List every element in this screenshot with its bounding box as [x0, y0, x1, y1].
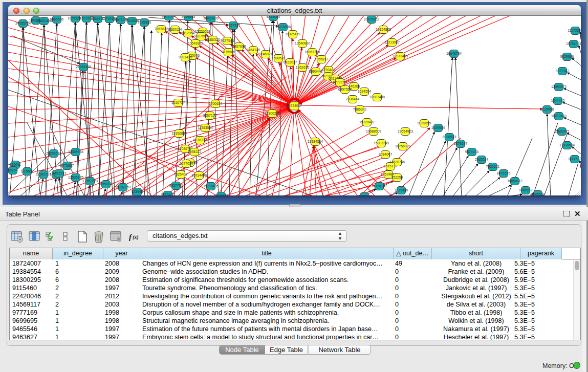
- svg-text:10973493: 10973493: [393, 54, 408, 58]
- svg-text:10543382: 10543382: [188, 41, 203, 45]
- svg-text:7515526: 7515526: [125, 19, 139, 23]
- svg-text:252254: 252254: [391, 176, 403, 179]
- svg-text:8454749: 8454749: [247, 48, 260, 52]
- svg-text:20691406: 20691406: [36, 19, 52, 23]
- svg-text:9975887: 9975887: [60, 164, 74, 167]
- svg-text:13640910: 13640910: [295, 41, 310, 45]
- svg-text:9039695: 9039695: [418, 121, 431, 125]
- svg-text:17957223: 17957223: [82, 179, 98, 183]
- svg-text:17016504: 17016504: [559, 143, 575, 147]
- svg-text:1277034: 1277034: [180, 162, 193, 165]
- svg-text:6497568: 6497568: [338, 87, 352, 91]
- svg-text:12213967: 12213967: [384, 40, 400, 44]
- svg-text:7932621: 7932621: [486, 165, 500, 168]
- svg-text:9245652: 9245652: [519, 188, 533, 192]
- svg-text:1588520: 1588520: [272, 56, 286, 60]
- svg-text:20206576: 20206576: [46, 151, 61, 155]
- svg-text:7625402: 7625402: [174, 172, 188, 176]
- svg-text:10688609: 10688609: [366, 129, 381, 133]
- svg-text:15807249: 15807249: [374, 141, 389, 145]
- svg-text:1451913: 1451913: [53, 171, 67, 175]
- svg-text:8912954: 8912954: [162, 16, 176, 18]
- svg-text:9474444: 9474444: [465, 150, 479, 154]
- svg-text:3267130: 3267130: [203, 114, 217, 117]
- svg-text:12359934: 12359934: [68, 150, 83, 154]
- svg-text:9901435: 9901435: [179, 55, 192, 59]
- svg-text:8215958: 8215958: [540, 107, 554, 111]
- svg-text:12505135: 12505135: [68, 176, 83, 179]
- svg-text:1610757: 1610757: [171, 101, 185, 104]
- svg-text:2935114: 2935114: [475, 158, 488, 161]
- svg-text:9329966: 9329966: [560, 55, 574, 58]
- svg-text:9327503: 9327503: [194, 34, 208, 38]
- svg-text:11172304: 11172304: [568, 29, 581, 32]
- svg-text:923448: 923448: [132, 190, 143, 193]
- svg-text:1167533: 1167533: [568, 157, 581, 161]
- svg-text:3624554: 3624554: [358, 90, 372, 93]
- svg-text:9857791: 9857791: [169, 184, 183, 187]
- svg-text:10756928: 10756928: [395, 144, 410, 148]
- svg-text:10654112: 10654112: [507, 179, 522, 183]
- svg-text:10807488: 10807488: [369, 95, 385, 99]
- svg-text:8912954: 8912954: [181, 31, 195, 35]
- svg-text:8938923: 8938923: [443, 135, 456, 139]
- svg-text:1362615: 1362615: [296, 65, 310, 69]
- svg-text:f: f: [129, 233, 133, 241]
- svg-text:11325419: 11325419: [285, 32, 300, 36]
- svg-text:16914479: 16914479: [191, 173, 207, 177]
- svg-text:19654923: 19654923: [398, 129, 413, 133]
- svg-text:15751074: 15751074: [566, 42, 581, 46]
- svg-text:18300295: 18300295: [265, 112, 280, 115]
- svg-text:11353554: 11353554: [198, 126, 213, 129]
- svg-text:8186323: 8186323: [206, 38, 220, 41]
- svg-text:9699695: 9699695: [182, 16, 195, 18]
- svg-text:8990448: 8990448: [309, 70, 323, 73]
- svg-text:2036444: 2036444: [346, 97, 360, 101]
- svg-text:12093872: 12093872: [551, 85, 567, 89]
- svg-text:19218506: 19218506: [275, 25, 291, 29]
- svg-text:1733426: 1733426: [395, 188, 408, 192]
- svg-text:9245652: 9245652: [531, 192, 545, 195]
- svg-text:8878332: 8878332: [193, 138, 207, 142]
- svg-text:8471676: 8471676: [497, 171, 511, 175]
- svg-text:15720407: 15720407: [359, 120, 375, 124]
- svg-text:1700634: 1700634: [209, 102, 223, 105]
- svg-text:16961758: 16961758: [304, 50, 320, 54]
- svg-text:9146821: 9146821: [259, 52, 273, 56]
- svg-text:8322037: 8322037: [284, 60, 297, 64]
- svg-text:7515526: 7515526: [138, 20, 151, 24]
- svg-text:6379197: 6379197: [454, 142, 468, 145]
- svg-text:9227342: 9227342: [556, 69, 570, 73]
- svg-text:(x): (x): [133, 234, 139, 240]
- svg-text:7663822: 7663822: [155, 27, 168, 31]
- svg-text:20876862: 20876862: [364, 17, 379, 21]
- svg-text:16782759: 16782759: [115, 185, 130, 189]
- svg-text:9465546: 9465546: [50, 17, 64, 21]
- svg-text:9463627: 9463627: [214, 194, 228, 195]
- svg-text:10958107: 10958107: [98, 182, 114, 186]
- svg-text:26053346: 26053346: [76, 65, 91, 69]
- svg-text:6793402: 6793402: [322, 68, 336, 72]
- svg-text:8813054: 8813054: [267, 16, 280, 18]
- svg-text:14569117: 14569117: [357, 194, 372, 195]
- svg-text:15716485: 15716485: [203, 184, 219, 188]
- svg-text:835011: 835011: [10, 163, 21, 166]
- svg-text:10210643: 10210643: [551, 114, 567, 118]
- svg-text:12942737: 12942737: [36, 172, 51, 176]
- svg-text:19166827: 19166827: [171, 132, 187, 135]
- svg-text:9777169: 9777169: [333, 80, 347, 84]
- svg-text:1615132: 1615132: [384, 164, 398, 168]
- svg-text:9498222: 9498222: [188, 150, 202, 154]
- svg-text:14136141: 14136141: [372, 184, 387, 188]
- svg-text:9327546: 9327546: [221, 39, 234, 42]
- svg-text:1640954: 1640954: [431, 126, 445, 129]
- svg-text:7886372: 7886372: [353, 107, 367, 111]
- svg-text:16033809: 16033809: [203, 16, 219, 20]
- svg-text:16648784: 16648784: [446, 52, 462, 55]
- svg-text:10154808: 10154808: [376, 28, 391, 31]
- svg-text:9115460: 9115460: [161, 193, 175, 195]
- svg-text:1115682: 1115682: [20, 169, 34, 173]
- svg-text:15692971: 15692971: [554, 129, 570, 133]
- svg-text:9084067: 9084067: [379, 152, 393, 156]
- svg-text:33154: 33154: [8, 168, 18, 172]
